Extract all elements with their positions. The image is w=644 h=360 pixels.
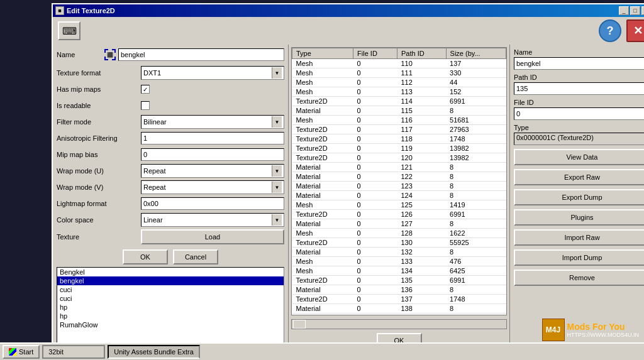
table-row[interactable]: Mesh01281622 — [292, 229, 506, 238]
mip-maps-checkbox[interactable]: ✓ — [141, 85, 150, 94]
list-item[interactable]: hp — [57, 312, 284, 320]
table-row[interactable]: Texture2D01396991 — [292, 314, 506, 316]
wrap-u-arrow: ▼ — [272, 165, 282, 177]
export-dump-button[interactable]: Export Dump — [514, 189, 644, 205]
table-row[interactable]: Material01278 — [292, 219, 506, 229]
mods-logo: M4J Mods For You HTTPS://WWW.MODS4U.IN — [542, 319, 640, 341]
asset-table-container[interactable]: Type File ID Path ID Size (by... Mesh011… — [291, 47, 507, 315]
table-row[interactable]: Texture2D011727963 — [292, 125, 506, 134]
table-row[interactable]: Material01388 — [292, 304, 506, 314]
table-row[interactable]: Texture2D012013982 — [292, 153, 506, 163]
lightmap-input[interactable] — [141, 197, 284, 210]
ok-button[interactable]: OK — [123, 249, 168, 265]
right-fileid-input[interactable] — [514, 107, 644, 120]
list-item[interactable]: RumahGlow — [57, 320, 284, 329]
right-name-label: Name — [514, 48, 644, 56]
table-row[interactable]: Texture2D01266991 — [292, 210, 506, 219]
middle-panel: Type File ID Path ID Size (by... Mesh011… — [289, 45, 509, 351]
filter-mode-label: Filter mode — [57, 118, 138, 126]
table-row[interactable]: Material01158 — [292, 106, 506, 116]
col-type: Type — [292, 48, 353, 59]
table-row[interactable]: Material01228 — [292, 172, 506, 182]
name-input[interactable] — [118, 48, 284, 61]
mip-maps-row: Has mip maps ✓ — [57, 82, 284, 96]
list-item[interactable]: cuci — [57, 294, 284, 303]
mip-bias-row: Mip map bias — [57, 148, 284, 161]
table-row[interactable]: Mesh0113152 — [292, 87, 506, 97]
table-row[interactable]: Texture2D011913982 — [292, 144, 506, 153]
content-area: Name ⬛ Texture format DXT1 ▼ Has mip map… — [53, 45, 644, 351]
list-item[interactable]: Bengkel — [57, 268, 284, 276]
lightmap-label: Lightmap format — [57, 200, 138, 207]
taskbar-bit[interactable]: 32bit — [42, 345, 105, 359]
table-row[interactable]: Texture2D01371748 — [292, 295, 506, 304]
table-row[interactable]: Texture2D01146991 — [292, 97, 506, 106]
mods-url: HTTPS://WWW.MODS4U.IN — [567, 332, 640, 338]
import-raw-button[interactable]: Import Raw — [514, 229, 644, 246]
table-row[interactable]: Texture2D01181748 — [292, 134, 506, 144]
export-raw-button[interactable]: Export Raw — [514, 169, 644, 185]
table-row[interactable]: Mesh011651681 — [292, 116, 506, 125]
load-button[interactable]: Load — [141, 229, 284, 244]
table-row[interactable]: Mesh01251419 — [292, 200, 506, 210]
table-row[interactable]: Material01368 — [292, 285, 506, 295]
remove-button[interactable]: Remove — [514, 270, 644, 286]
table-row[interactable]: Material01218 — [292, 163, 506, 172]
asset-table: Type File ID Path ID Size (by... Mesh011… — [292, 48, 506, 315]
ok-cancel-row: OK Cancel — [57, 249, 284, 265]
table-row[interactable]: Mesh01346425 — [292, 266, 506, 276]
texture-format-dropdown[interactable]: DXT1 ▼ — [141, 66, 284, 80]
wrap-u-value: Repeat — [143, 167, 165, 175]
maximize-button[interactable]: □ — [630, 6, 640, 15]
help-button[interactable]: ? — [599, 19, 621, 42]
asset-list[interactable]: BengkelbengkelcucicucihphpRumahGlow — [57, 267, 284, 347]
table-row[interactable]: Material01248 — [292, 191, 506, 200]
right-pathid-input[interactable] — [514, 82, 644, 95]
minimize-button[interactable]: _ — [619, 6, 629, 15]
import-dump-button[interactable]: Import Dump — [514, 249, 644, 266]
filter-mode-row: Filter mode Bilinear ▼ — [57, 115, 284, 129]
title-bar-buttons: _ □ ✕ — [619, 6, 644, 15]
list-item[interactable]: bengkel — [57, 276, 284, 285]
right-fileid-group: File ID — [514, 99, 644, 120]
table-row[interactable]: Texture2D013055925 — [292, 238, 506, 248]
anisotropic-input[interactable] — [141, 132, 284, 145]
wrap-u-dropdown[interactable]: Repeat ▼ — [141, 164, 284, 178]
view-data-button[interactable]: View Data — [514, 149, 644, 165]
table-row[interactable]: Material01238 — [292, 182, 506, 191]
cancel-button[interactable]: Cancel — [173, 249, 218, 265]
texture-format-arrow: ▼ — [272, 67, 282, 79]
table-row[interactable]: Mesh011244 — [292, 78, 506, 87]
is-readable-checkbox[interactable] — [141, 101, 150, 110]
close-button[interactable]: ✕ — [626, 19, 644, 42]
taskbar-unity[interactable]: Unity Assets Bundle Extra — [108, 345, 200, 359]
filter-mode-dropdown[interactable]: Bilinear ▼ — [141, 115, 284, 129]
horizontal-scrollbar[interactable] — [291, 319, 507, 329]
list-item[interactable]: hp — [57, 303, 284, 312]
color-space-dropdown[interactable]: Linear ▼ — [141, 213, 284, 227]
is-readable-label: Is readable — [57, 102, 138, 109]
right-type-value: 0x0000001C (Texture2D) — [514, 133, 644, 145]
plugins-button[interactable]: Plugins — [514, 209, 644, 226]
start-button[interactable]: Start — [3, 345, 40, 359]
table-row[interactable]: Texture2D01356991 — [292, 276, 506, 285]
table-row[interactable]: Mesh0111330 — [292, 68, 506, 78]
list-item[interactable]: cuci — [57, 285, 284, 294]
wrap-v-dropdown[interactable]: Repeat ▼ — [141, 180, 284, 194]
right-name-group: Name — [514, 48, 644, 70]
wrap-u-label: Wrap mode (U) — [57, 167, 138, 175]
col-size: Size (by... — [446, 48, 506, 59]
col-file-id: File ID — [353, 48, 397, 59]
right-name-input[interactable] — [514, 57, 644, 70]
table-row[interactable]: Material01328 — [292, 248, 506, 257]
dialog-close-button[interactable]: ✕ — [641, 6, 644, 15]
keyboard-button[interactable]: ⌨ — [58, 21, 80, 40]
table-row[interactable]: Mesh0133476 — [292, 257, 506, 266]
wrap-v-arrow: ▼ — [272, 182, 282, 193]
main-dialog: ■ Edit Texture2D _ □ ✕ ⌨ ? ✕ Name ⬛ — [52, 3, 644, 352]
filter-mode-value: Bilinear — [143, 118, 167, 126]
mip-bias-input[interactable] — [141, 148, 284, 161]
table-row[interactable]: Mesh0110137 — [292, 59, 506, 68]
color-space-row: Color space Linear ▼ — [57, 213, 284, 227]
title-bar-left: ■ Edit Texture2D — [55, 6, 115, 15]
